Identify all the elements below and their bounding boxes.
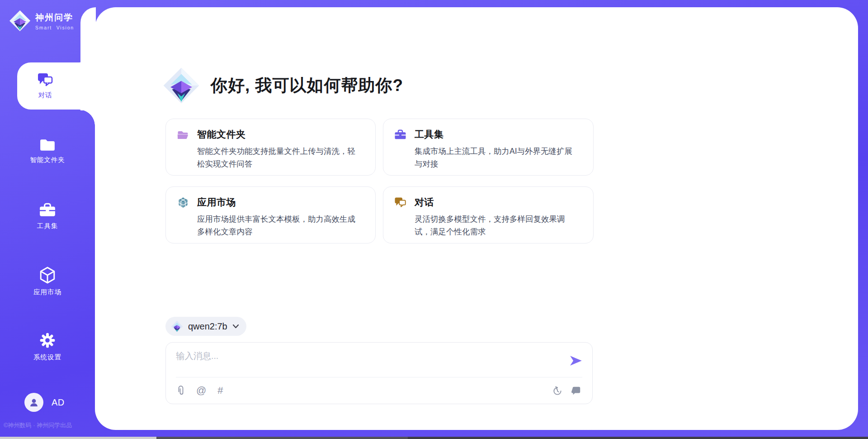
composer-toolbar: @ #: [166, 377, 592, 404]
card-title: 应用市场: [197, 196, 236, 209]
taskbar-edge: [0, 437, 868, 439]
attachment-icon[interactable]: [177, 385, 185, 396]
sidebar-item-label: 工具集: [37, 222, 58, 230]
card-description: 灵活切换多模型文件，支持多样回复效果调试，满足个性化需求: [394, 213, 583, 238]
gem-diamond-logo-icon: [9, 10, 31, 32]
sidebar-item-label: 智能文件夹: [30, 156, 65, 164]
gem-diamond-logo-icon: [163, 67, 200, 104]
toolbox-icon: [394, 129, 406, 141]
feedback-bubble-icon[interactable]: [571, 386, 581, 396]
model-name: qwen2:7b: [188, 321, 227, 332]
sidebar: 神州问学 Smart Vision 对话: [0, 0, 95, 439]
user-row: AD: [24, 393, 65, 412]
sidebar-item-chat[interactable]: 对话: [17, 62, 95, 110]
mention-icon[interactable]: @: [196, 386, 206, 396]
send-arrow-icon: [569, 355, 583, 367]
card-title: 工具集: [415, 128, 444, 141]
gear-icon: [39, 332, 56, 349]
message-input[interactable]: [176, 350, 561, 373]
card-smart-folder[interactable]: 智能文件夹 智能文件夹功能支持批量文件上传与清洗，轻松实现文件问答: [165, 119, 376, 176]
chevron-down-icon: [232, 324, 239, 329]
app-window: 神州问学 Smart Vision 对话: [0, 0, 868, 439]
card-description: 应用市场提供丰富长文本模板，助力高效生成多样化文章内容: [177, 213, 365, 238]
copyright-footer: ©神州数码 · 神州问学出品: [4, 421, 72, 429]
open-folder-icon: [177, 129, 189, 141]
person-icon: [28, 397, 39, 408]
sidebar-item-toolset[interactable]: 工具集: [0, 193, 95, 240]
history-icon[interactable]: [552, 386, 562, 396]
sidebar-nav: 对话 智能文件夹 工具集: [0, 62, 95, 370]
sidebar-item-label: 对话: [38, 91, 52, 100]
chat-bubbles-icon: [394, 196, 406, 209]
card-title: 智能文件夹: [197, 128, 246, 141]
card-title: 对话: [415, 196, 434, 209]
folder-icon: [39, 138, 56, 152]
card-description: 集成市场上主流工具，助力AI与外界无缝扩展与对接: [394, 145, 583, 170]
logo-subtitle: Smart Vision: [35, 25, 74, 30]
sidebar-item-settings[interactable]: 系统设置: [0, 323, 95, 370]
gem-diamond-logo-icon: [171, 320, 183, 333]
main-content: 你好, 我可以如何帮助你? 智能文件夹 智能文件夹功能支持批量文件上传与清洗，轻…: [165, 0, 594, 439]
greeting: 你好, 我可以如何帮助你?: [163, 67, 403, 104]
chat-bubbles-icon: [37, 72, 53, 87]
pixel-cube-icon: [177, 196, 189, 209]
feature-cards: 智能文件夹 智能文件夹功能支持批量文件上传与清洗，轻松实现文件问答: [165, 119, 594, 243]
greeting-text: 你好, 我可以如何帮助你?: [211, 74, 403, 97]
avatar[interactable]: [24, 393, 43, 412]
message-composer: @ #: [165, 342, 593, 404]
user-name: AD: [52, 397, 65, 408]
hashtag-icon[interactable]: #: [217, 386, 223, 396]
logo-title: 神州问学: [35, 12, 74, 24]
card-app-market[interactable]: 应用市场 应用市场提供丰富长文本模板，助力高效生成多样化文章内容: [165, 186, 376, 243]
card-description: 智能文件夹功能支持批量文件上传与清洗，轻松实现文件问答: [177, 145, 365, 170]
cube-icon: [39, 267, 56, 284]
sidebar-item-label: 应用市场: [33, 288, 61, 296]
sidebar-item-label: 系统设置: [33, 353, 61, 362]
sidebar-item-app-market[interactable]: 应用市场: [0, 258, 95, 305]
card-chat[interactable]: 对话 灵活切换多模型文件，支持多样回复效果调试，满足个性化需求: [383, 186, 594, 243]
model-selector[interactable]: qwen2:7b: [165, 317, 246, 336]
toolbox-icon: [39, 202, 56, 218]
app-logo: 神州问学 Smart Vision: [9, 10, 74, 32]
card-toolset[interactable]: 工具集 集成市场上主流工具，助力AI与外界无缝扩展与对接: [383, 119, 594, 176]
send-button[interactable]: [569, 354, 583, 367]
sidebar-item-smart-folder[interactable]: 智能文件夹: [0, 128, 95, 175]
